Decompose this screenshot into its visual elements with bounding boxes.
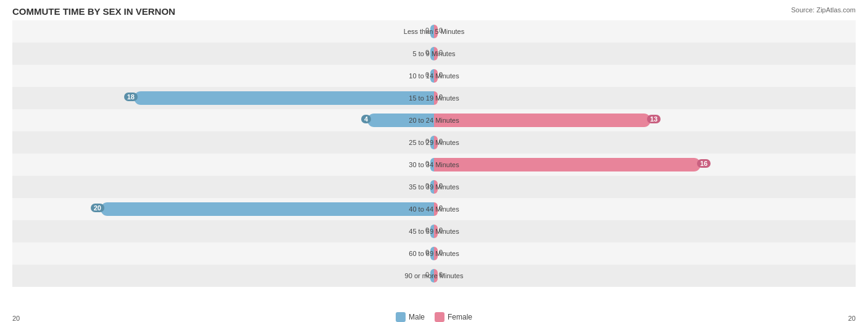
val-male-zero: 0 xyxy=(425,271,429,278)
bar-female xyxy=(434,25,438,38)
val-female-zero: 0 xyxy=(439,27,443,34)
chart-row: 35 to 39 Minutes00 xyxy=(12,176,856,198)
val-male-zero: 0 xyxy=(425,71,429,78)
val-male-zero: 0 xyxy=(425,138,429,145)
val-female-zero: 0 xyxy=(439,71,443,78)
val-female: 13 xyxy=(647,115,661,123)
val-male-zero: 0 xyxy=(425,226,429,234)
chart-row: 30 to 34 Minutes016 xyxy=(12,154,856,176)
axis-label-left: 20 xyxy=(12,315,20,322)
chart-row: 10 to 14 Minutes00 xyxy=(12,65,856,87)
bar-female xyxy=(434,269,438,283)
bar-female xyxy=(434,47,438,60)
val-female-zero: 0 xyxy=(439,49,443,56)
axis-label-right: 20 xyxy=(848,315,856,322)
legend-female-box xyxy=(435,312,444,322)
bar-female xyxy=(434,225,438,238)
bar-female xyxy=(434,202,438,216)
chart-row: 40 to 44 Minutes200 xyxy=(12,198,856,220)
legend-male: Male xyxy=(396,312,425,322)
source-text: Source: ZipAtlas.com xyxy=(791,6,856,14)
val-male: 4 xyxy=(361,115,371,123)
bar-male xyxy=(134,91,434,105)
val-male: 18 xyxy=(124,93,138,101)
bar-female xyxy=(434,247,438,260)
chart-container: COMMUTE TIME BY SEX IN VERNON Source: Zi… xyxy=(0,0,868,322)
bar-female xyxy=(434,158,701,171)
bar-male xyxy=(101,202,434,216)
val-male: 20 xyxy=(91,204,104,212)
legend-female: Female xyxy=(435,312,472,322)
bar-female xyxy=(434,180,438,194)
val-male-zero: 0 xyxy=(425,49,429,56)
val-male-zero: 0 xyxy=(425,160,429,167)
chart-title: COMMUTE TIME BY SEX IN VERNON xyxy=(12,6,856,17)
chart-row: 5 to 9 Minutes00 xyxy=(12,43,856,65)
val-female-zero: 0 xyxy=(439,271,443,278)
bar-female xyxy=(434,136,438,149)
val-female-zero: 0 xyxy=(439,249,443,256)
val-female-zero: 0 xyxy=(439,138,443,145)
val-male-zero: 0 xyxy=(425,249,429,256)
chart-row: 25 to 29 Minutes00 xyxy=(12,131,856,154)
legend-male-box xyxy=(396,312,406,322)
val-male-zero: 0 xyxy=(425,27,429,34)
bar-female xyxy=(434,114,651,127)
chart-row: Less than 5 Minutes00 xyxy=(12,20,856,43)
val-female: 16 xyxy=(697,159,711,168)
val-female-zero: 0 xyxy=(439,93,443,101)
chart-row: 20 to 24 Minutes413 xyxy=(12,109,856,131)
chart-row: 15 to 19 Minutes180 xyxy=(12,87,856,109)
bar-female xyxy=(434,91,438,105)
bar-female xyxy=(434,69,438,83)
chart-area: Less than 5 Minutes005 to 9 Minutes0010 … xyxy=(12,20,856,278)
legend: Male Female xyxy=(396,312,472,322)
val-female-zero: 0 xyxy=(439,204,443,212)
chart-row: 45 to 59 Minutes00 xyxy=(12,220,856,242)
chart-row: 60 to 89 Minutes00 xyxy=(12,242,856,265)
chart-row: 90 or more Minutes00 xyxy=(12,265,856,287)
legend-male-label: Male xyxy=(409,313,425,321)
bar-male xyxy=(367,114,434,127)
val-female-zero: 0 xyxy=(439,226,443,234)
val-male-zero: 0 xyxy=(425,182,429,189)
val-female-zero: 0 xyxy=(439,182,443,189)
legend-female-label: Female xyxy=(448,313,472,321)
